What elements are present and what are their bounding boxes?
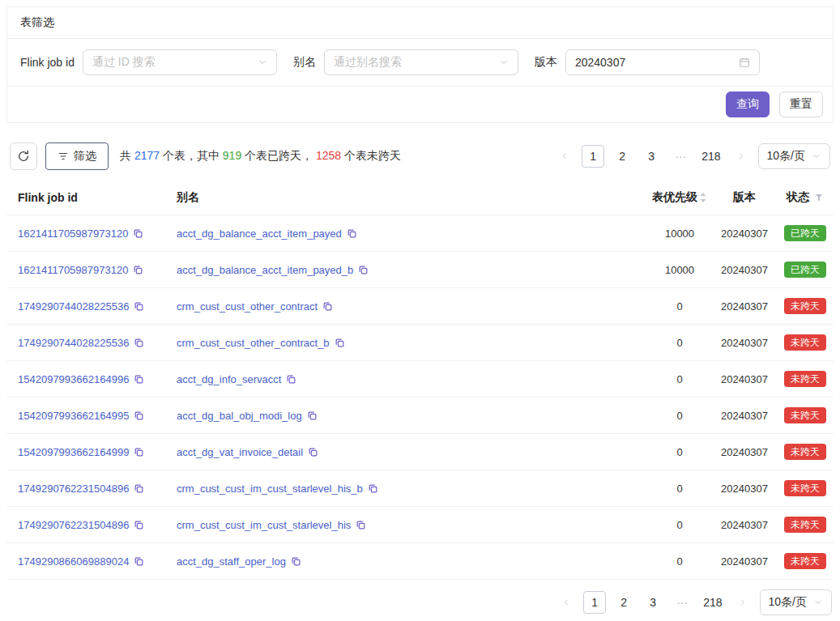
copy-icon[interactable] (134, 447, 144, 457)
filter-toggle-button[interactable]: 筛选 (45, 142, 109, 170)
row-alias[interactable]: crm_cust_cust_im_cust_starlevel_his (177, 519, 351, 531)
page-size-select[interactable]: 10条/页 (760, 589, 832, 615)
filter-card-footer: 查询 重置 (7, 86, 833, 122)
query-button[interactable]: 查询 (726, 91, 770, 117)
copy-icon[interactable] (133, 265, 143, 275)
row-flink-job-id[interactable]: 1749290744028225536 (18, 337, 129, 349)
row-alias[interactable]: crm_cust_cust_other_contract_b (177, 337, 330, 349)
reset-button[interactable]: 重置 (779, 91, 823, 117)
bottom-bar: 1 2 3 ··· 218 10条/页 (6, 589, 834, 615)
pagination-page-3[interactable]: 3 (642, 591, 664, 614)
row-flink-job-id[interactable]: 1749290762231504896 (18, 519, 129, 531)
table-header: Flink job id 别名 表优先级 版本 状态 (6, 180, 834, 215)
pagination-page-2[interactable]: 2 (611, 145, 633, 168)
version-date-input[interactable]: 20240307 (565, 49, 760, 75)
row-version: 20240307 (712, 264, 777, 276)
pagination-prev-icon[interactable] (556, 591, 577, 614)
filter-row: Flink job id 通过 ID 搜索 别名 通过别名搜索 (7, 39, 833, 86)
copy-icon[interactable] (134, 520, 144, 530)
header-status-label: 状态 (787, 190, 809, 205)
row-alias[interactable]: acct_dg_info_servacct (177, 373, 281, 385)
pagination-next-icon[interactable] (732, 591, 753, 614)
row-flink-job-id[interactable]: 1542097993662164995 (18, 410, 129, 422)
status-badge: 已跨天 (784, 225, 826, 241)
table-row: 1621411705987973120 acct_dg_balance_acct… (6, 252, 834, 288)
page-size-value: 10条/页 (769, 595, 807, 610)
copy-icon[interactable] (322, 301, 333, 312)
header-flink-job-id: Flink job id (6, 191, 177, 204)
copy-icon[interactable] (347, 228, 357, 239)
pagination-page-2[interactable]: 2 (612, 591, 635, 614)
copy-icon[interactable] (308, 447, 318, 457)
copy-icon[interactable] (356, 520, 366, 530)
alias-field: 别名 通过别名搜索 (293, 49, 518, 75)
summary-segment: 个表，其中 (160, 149, 223, 162)
row-flink-job-id[interactable]: 1542097993662164996 (18, 373, 129, 385)
summary-segment: 个表未跨天 (341, 149, 401, 162)
filter-funnel-icon[interactable] (814, 193, 824, 202)
status-badge: 未跨天 (784, 407, 826, 423)
pagination-page-1[interactable]: 1 (583, 591, 606, 614)
pagination-ellipsis[interactable]: ··· (669, 145, 692, 168)
copy-icon[interactable] (335, 338, 345, 348)
version-label: 版本 (535, 55, 557, 70)
header-version: 版本 (712, 190, 777, 205)
copy-icon[interactable] (134, 556, 144, 567)
header-priority-label: 表优先级 (652, 190, 697, 205)
status-badge: 未跨天 (784, 444, 826, 460)
status-badge: 未跨天 (784, 517, 826, 533)
pagination-page-1[interactable]: 1 (582, 145, 604, 168)
pagination-page-3[interactable]: 3 (640, 145, 663, 168)
refresh-button[interactable] (10, 142, 37, 170)
copy-icon[interactable] (368, 483, 378, 494)
pagination-top: 1 2 3 ··· 218 10条/页 (554, 143, 830, 169)
row-flink-job-id[interactable]: 1749290744028225536 (18, 300, 129, 313)
row-alias[interactable]: crm_cust_cust_im_cust_starlevel_his_b (177, 483, 363, 495)
alias-label: 别名 (293, 55, 316, 70)
pagination-page-218[interactable]: 218 (700, 591, 725, 614)
table-row: 1542097993662164995 acct_dg_bal_obj_modi… (6, 398, 834, 434)
status-badge: 未跨天 (784, 480, 826, 496)
alias-select[interactable]: 通过别名搜索 (324, 49, 518, 75)
row-priority: 0 (647, 373, 712, 385)
row-priority: 0 (647, 337, 712, 349)
row-alias[interactable]: acct_dg_bal_obj_modi_log (177, 410, 302, 422)
row-alias[interactable]: acct_dg_staff_oper_log (177, 555, 286, 568)
status-badge: 未跨天 (784, 371, 826, 387)
page-size-value: 10条/页 (767, 149, 805, 164)
copy-icon[interactable] (307, 410, 318, 421)
page: 表筛选 Flink job id 通过 ID 搜索 别名 通过别名搜索 (0, 0, 840, 621)
pagination-ellipsis[interactable]: ··· (671, 591, 693, 614)
copy-icon[interactable] (291, 556, 301, 567)
copy-icon[interactable] (133, 228, 143, 239)
page-size-select[interactable]: 10条/页 (758, 143, 830, 169)
filter-card: 表筛选 Flink job id 通过 ID 搜索 别名 通过别名搜索 (6, 6, 834, 123)
row-flink-job-id[interactable]: 1749290866069889024 (18, 555, 129, 568)
row-alias[interactable]: acct_dg_vat_invoice_detail (177, 446, 303, 458)
copy-icon[interactable] (286, 374, 296, 385)
pagination-page-218[interactable]: 218 (698, 145, 723, 168)
row-flink-job-id[interactable]: 1542097993662164999 (18, 446, 129, 458)
tables-table: Flink job id 别名 表优先级 版本 状态 1621411705987… (6, 180, 834, 580)
sort-icon[interactable] (699, 191, 707, 204)
row-version: 20240307 (712, 373, 777, 385)
copy-icon[interactable] (134, 374, 144, 385)
copy-icon[interactable] (134, 301, 144, 312)
row-flink-job-id[interactable]: 1621411705987973120 (18, 228, 128, 240)
copy-icon[interactable] (134, 483, 144, 494)
row-flink-job-id[interactable]: 1621411705987973120 (18, 264, 128, 276)
row-alias[interactable]: crm_cust_cust_other_contract (177, 300, 318, 313)
copy-icon[interactable] (134, 410, 144, 421)
table-row: 1749290762231504896 crm_cust_cust_im_cus… (6, 507, 834, 543)
copy-icon[interactable] (134, 338, 144, 348)
row-alias[interactable]: acct_dg_balance_acct_item_payed (177, 228, 342, 240)
row-flink-job-id[interactable]: 1749290762231504896 (18, 483, 129, 495)
chevron-down-icon (258, 57, 267, 67)
row-alias[interactable]: acct_dg_balance_acct_item_payed_b (177, 264, 353, 276)
summary-segment: 共 (120, 149, 134, 162)
pagination-next-icon[interactable] (731, 145, 752, 168)
copy-icon[interactable] (358, 265, 369, 275)
flink-job-id-select[interactable]: 通过 ID 搜索 (83, 49, 277, 75)
table-row: 1749290744028225536 crm_cust_cust_other_… (6, 325, 834, 361)
pagination-prev-icon[interactable] (554, 145, 575, 168)
